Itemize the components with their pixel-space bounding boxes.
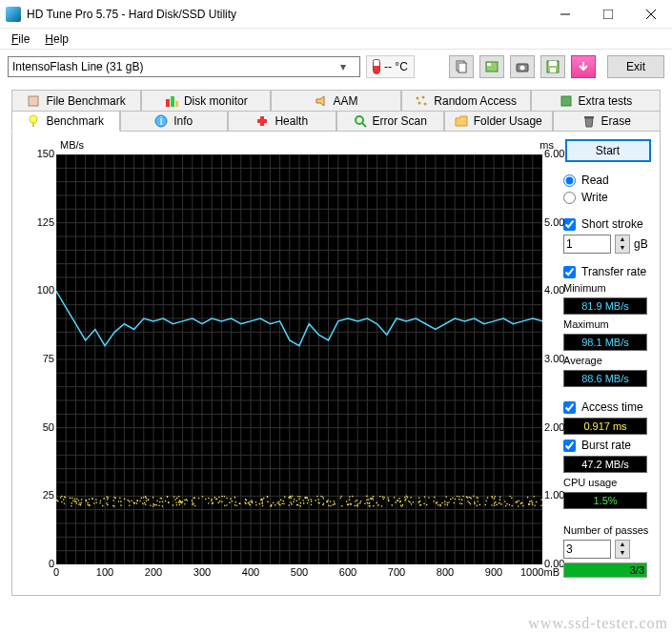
svg-point-235: [224, 505, 226, 507]
svg-point-301: [145, 496, 147, 498]
screenshot-button[interactable]: [510, 55, 535, 78]
svg-point-268: [322, 504, 324, 506]
svg-point-144: [139, 501, 141, 502]
svg-point-140: [291, 503, 293, 505]
svg-point-269: [366, 496, 368, 498]
svg-point-205: [146, 500, 148, 501]
start-button[interactable]: Start: [565, 139, 651, 162]
num-passes-label: Number of passes: [563, 524, 652, 536]
svg-point-337: [192, 503, 193, 505]
burst-rate-check[interactable]: Burst rate: [563, 439, 652, 452]
svg-point-457: [300, 502, 302, 504]
tab-erase[interactable]: Erase: [553, 111, 662, 132]
chart: MB/s ms 1000mB 02550751001251500.001.002…: [20, 139, 554, 587]
svg-point-332: [293, 501, 295, 503]
svg-point-138: [192, 500, 193, 501]
read-radio[interactable]: Read: [563, 174, 652, 187]
svg-point-341: [219, 501, 221, 502]
options-button[interactable]: [571, 55, 596, 78]
x-tick: 400: [241, 566, 260, 578]
svg-point-139: [518, 501, 519, 502]
app-icon: [6, 7, 21, 22]
svg-point-350: [533, 496, 535, 498]
tab-random-access[interactable]: Random Access: [401, 90, 531, 111]
svg-point-331: [250, 504, 252, 506]
svg-point-356: [271, 505, 273, 507]
access-time-check[interactable]: Access time: [563, 400, 652, 414]
minimize-button[interactable]: [543, 0, 586, 29]
tab-health[interactable]: Health: [228, 111, 336, 132]
svg-point-334: [368, 499, 370, 501]
num-passes-input[interactable]: [563, 540, 611, 559]
svg-point-430: [131, 500, 132, 501]
svg-point-431: [494, 498, 496, 500]
svg-point-324: [534, 504, 536, 506]
watermark: www.ssd-tester.com: [528, 615, 668, 632]
svg-point-215: [71, 505, 72, 507]
tab-folder-usage[interactable]: Folder Usage: [444, 111, 553, 132]
spin-up[interactable]: ▲: [616, 235, 629, 244]
info-icon: i: [154, 114, 168, 128]
maximum-value: 98.1 MB/s: [563, 334, 647, 351]
svg-point-292: [144, 502, 146, 504]
tab-extra-tests[interactable]: Extra tests: [531, 90, 661, 111]
svg-point-298: [211, 501, 213, 502]
svg-point-395: [57, 501, 59, 502]
short-stroke-input[interactable]: [563, 235, 611, 254]
svg-point-443: [320, 496, 322, 498]
svg-point-452: [470, 498, 472, 500]
menu-file[interactable]: File: [4, 31, 37, 48]
svg-point-307: [454, 502, 456, 504]
svg-point-500: [64, 503, 66, 505]
svg-point-213: [494, 502, 496, 504]
save-button[interactable]: [540, 55, 565, 78]
svg-point-17: [417, 96, 419, 99]
svg-point-309: [249, 501, 251, 503]
svg-rect-14: [166, 99, 170, 107]
maximize-button[interactable]: [586, 0, 629, 29]
svg-point-223: [398, 498, 400, 500]
tab-label: Folder Usage: [474, 114, 542, 128]
svg-point-167: [438, 504, 439, 506]
tab-label: Disk monitor: [184, 94, 248, 108]
transfer-rate-check[interactable]: Transfer rate: [563, 265, 652, 278]
drive-select[interactable]: IntensoFlash Line (31 gB) ▾: [8, 56, 360, 77]
svg-point-203: [61, 496, 63, 498]
svg-point-226: [426, 504, 428, 506]
svg-point-300: [178, 501, 180, 502]
svg-point-318: [236, 505, 238, 507]
tab-benchmark[interactable]: Benchmark: [11, 111, 120, 132]
minimum-value: 81.9 MB/s: [563, 297, 647, 315]
svg-point-439: [95, 499, 97, 501]
spin-down[interactable]: ▼: [616, 244, 629, 253]
svg-point-258: [182, 501, 184, 503]
svg-point-506: [350, 503, 352, 505]
svg-point-495: [330, 505, 332, 507]
svg-point-333: [445, 496, 447, 498]
y-right-tick: 4.00: [544, 284, 564, 296]
svg-point-191: [388, 501, 390, 502]
svg-point-184: [93, 502, 95, 504]
spin-down[interactable]: ▼: [616, 549, 629, 558]
write-radio[interactable]: Write: [563, 191, 652, 204]
tab-aam[interactable]: AAM: [271, 90, 400, 111]
short-stroke-check[interactable]: Short stroke: [563, 217, 652, 231]
tab-info[interactable]: iInfo: [120, 111, 229, 132]
svg-point-240: [186, 499, 188, 501]
svg-point-367: [515, 501, 517, 503]
copy-info-button[interactable]: [449, 55, 474, 78]
tab-row-1: File Benchmark Disk monitor AAM Random A…: [11, 90, 661, 111]
spin-up[interactable]: ▲: [616, 541, 629, 549]
average-value: 88.6 MB/s: [563, 370, 647, 387]
close-button[interactable]: [629, 0, 672, 29]
tab-file-benchmark[interactable]: File Benchmark: [11, 90, 141, 111]
svg-point-381: [215, 499, 217, 501]
temperature-indicator: -- °C: [366, 55, 415, 78]
svg-point-419: [485, 500, 487, 501]
copy-screenshot-button[interactable]: [479, 55, 504, 78]
tab-error-scan[interactable]: Error Scan: [336, 111, 445, 132]
menu-help[interactable]: Help: [37, 31, 76, 48]
svg-point-374: [217, 502, 219, 504]
tab-disk-monitor[interactable]: Disk monitor: [141, 90, 271, 111]
exit-button[interactable]: Exit: [607, 55, 664, 78]
